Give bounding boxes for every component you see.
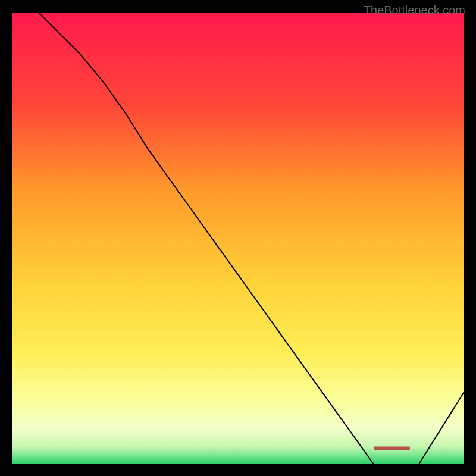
annotation-marker [374, 447, 410, 450]
plot-container [12, 13, 464, 464]
chart-svg [12, 13, 464, 464]
watermark-text: TheBottleneck.com [364, 4, 465, 17]
gradient-background [12, 13, 464, 464]
